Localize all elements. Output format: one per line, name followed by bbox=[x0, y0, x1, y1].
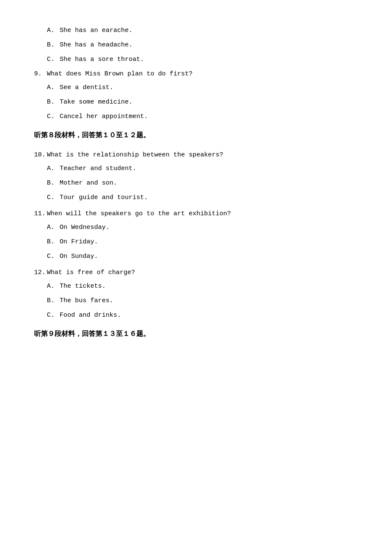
list-item: A. She has an earache. bbox=[47, 26, 358, 36]
section-header-text: 听第８段材料，回答第１０至１２题。 bbox=[34, 130, 358, 142]
list-item: B. Take some medicine. bbox=[47, 97, 358, 107]
list-item: A. See a dentist. bbox=[47, 83, 358, 93]
list-item: A. Teacher and student. bbox=[47, 164, 358, 174]
list-item: C. Food and drinks. bbox=[47, 310, 358, 321]
question-8-options: A. She has an earache. B. She has a head… bbox=[34, 26, 358, 65]
option-text: See a dentist. bbox=[60, 83, 113, 93]
option-letter: B. bbox=[47, 97, 60, 107]
list-item: B. The bus fares. bbox=[47, 296, 358, 306]
option-letter: C. bbox=[47, 193, 60, 203]
question-number: 9. bbox=[34, 69, 47, 79]
question-text: What is free of charge? bbox=[47, 268, 135, 278]
option-text: On Sunday. bbox=[60, 251, 98, 262]
section-header-text: 听第９段材料，回答第１３至１６题。 bbox=[34, 329, 358, 340]
list-item: C. On Sunday. bbox=[47, 251, 358, 262]
option-letter: B. bbox=[47, 178, 60, 188]
question-line: 12. What is free of charge? bbox=[34, 268, 358, 278]
question-number: 11. bbox=[34, 209, 47, 219]
list-item: C. She has a sore throat. bbox=[47, 55, 358, 65]
list-item: B. Mother and son. bbox=[47, 178, 358, 188]
option-letter: C. bbox=[47, 251, 60, 262]
question-text: What is the relationship between the spe… bbox=[47, 150, 223, 160]
question-line: 10. What is the relationship between the… bbox=[34, 150, 358, 160]
option-text: Teacher and student. bbox=[60, 164, 136, 174]
option-text: On Wednesday. bbox=[60, 223, 110, 233]
question-line: 9. What does Miss Brown plan to do first… bbox=[34, 69, 358, 79]
option-text: The bus fares. bbox=[60, 296, 113, 306]
option-letter: C. bbox=[47, 55, 60, 65]
list-item: C. Cancel her appointment. bbox=[47, 112, 358, 122]
option-letter: A. bbox=[47, 26, 60, 36]
option-letter: A. bbox=[47, 83, 60, 93]
question-12: 12. What is free of charge? A. The ticke… bbox=[34, 268, 358, 321]
option-text: She has a sore throat. bbox=[60, 55, 144, 65]
option-text: Food and drinks. bbox=[60, 310, 121, 321]
section-9-header: 听第９段材料，回答第１３至１６题。 bbox=[34, 329, 358, 340]
option-text: Tour guide and tourist. bbox=[60, 193, 148, 203]
option-text: She has a headache. bbox=[60, 40, 133, 50]
question-11: 11. When will the speakers go to the art… bbox=[34, 209, 358, 262]
list-item: B. On Friday. bbox=[47, 237, 358, 247]
list-item: B. She has a headache. bbox=[47, 40, 358, 50]
option-text: Take some medicine. bbox=[60, 97, 133, 107]
option-letter: A. bbox=[47, 164, 60, 174]
question-number: 12. bbox=[34, 268, 47, 278]
question-10: 10. What is the relationship between the… bbox=[34, 150, 358, 203]
option-text: Mother and son. bbox=[60, 178, 117, 188]
question-text: When will the speakers go to the art exh… bbox=[47, 209, 231, 219]
section-8-header: 听第８段材料，回答第１０至１２题。 bbox=[34, 130, 358, 142]
option-letter: C. bbox=[47, 112, 60, 122]
option-letter: B. bbox=[47, 237, 60, 247]
page-content: A. She has an earache. B. She has a head… bbox=[34, 26, 358, 340]
option-letter: C. bbox=[47, 310, 60, 321]
question-number: 10. bbox=[34, 150, 47, 160]
question-9: 9. What does Miss Brown plan to do first… bbox=[34, 69, 358, 122]
option-text: The tickets. bbox=[60, 281, 106, 292]
option-text: She has an earache. bbox=[60, 26, 133, 36]
option-letter: B. bbox=[47, 40, 60, 50]
option-letter: A. bbox=[47, 223, 60, 233]
option-letter: B. bbox=[47, 296, 60, 306]
question-line: 11. When will the speakers go to the art… bbox=[34, 209, 358, 219]
list-item: A. On Wednesday. bbox=[47, 223, 358, 233]
list-item: A. The tickets. bbox=[47, 281, 358, 292]
question-text: What does Miss Brown plan to do first? bbox=[47, 69, 193, 79]
option-text: On Friday. bbox=[60, 237, 98, 247]
list-item: C. Tour guide and tourist. bbox=[47, 193, 358, 203]
option-text: Cancel her appointment. bbox=[60, 112, 148, 122]
option-letter: A. bbox=[47, 281, 60, 292]
